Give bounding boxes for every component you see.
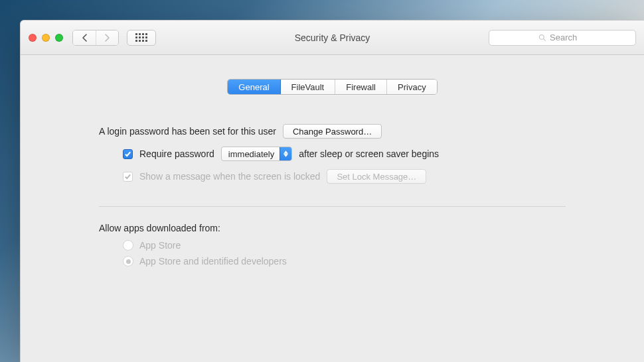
require-password-checkbox[interactable] [123, 149, 133, 159]
zoom-window-button[interactable] [55, 34, 63, 42]
require-password-label: Require password [139, 149, 214, 159]
svg-line-1 [544, 38, 546, 40]
tab-bar: General FileVault Firewall Privacy [21, 55, 644, 108]
password-delay-select[interactable]: immediately [221, 147, 292, 161]
preferences-window: Security & Privacy General FileVault Fir… [20, 20, 644, 362]
radio-identified-label: App Store and identified developers [139, 256, 287, 267]
minimize-window-button[interactable] [42, 34, 50, 42]
radio-app-store[interactable] [123, 240, 133, 251]
general-panel: A login password has been set for this u… [26, 108, 639, 298]
tab-filevault[interactable]: FileVault [280, 80, 335, 94]
grid-icon [135, 33, 147, 42]
chevron-right-icon [104, 34, 110, 42]
show-message-checkbox[interactable] [123, 172, 133, 182]
search-icon [538, 34, 546, 42]
allow-apps-title: Allow apps downloaded from: [99, 223, 566, 233]
checkmark-icon [124, 173, 131, 180]
close-window-button[interactable] [29, 34, 37, 42]
back-button[interactable] [73, 30, 96, 45]
radio-identified-developers[interactable] [123, 256, 133, 267]
divider [99, 206, 566, 207]
after-sleep-text: after sleep or screen saver begins [299, 149, 439, 159]
tab-firewall[interactable]: Firewall [335, 80, 386, 94]
content-area: General FileVault Firewall Privacy A log… [21, 55, 644, 362]
set-lock-message-button: Set Lock Message… [327, 169, 426, 184]
select-arrows-icon [280, 147, 291, 160]
nav-back-forward [72, 30, 119, 46]
password-delay-value: immediately [222, 149, 280, 159]
chevron-left-icon [82, 34, 88, 42]
tab-privacy[interactable]: Privacy [386, 80, 437, 94]
forward-button[interactable] [96, 30, 118, 45]
titlebar: Security & Privacy [21, 21, 644, 55]
change-password-button[interactable]: Change Password… [283, 124, 382, 139]
window-controls [29, 34, 63, 42]
show-all-button[interactable] [127, 30, 156, 46]
password-set-text: A login password has been set for this u… [99, 126, 276, 137]
search-field[interactable] [489, 30, 636, 46]
radio-app-store-label: App Store [139, 240, 181, 251]
show-message-label: Show a message when the screen is locked [139, 171, 320, 182]
search-input[interactable] [550, 32, 586, 42]
tab-general[interactable]: General [228, 80, 280, 94]
svg-point-0 [540, 34, 544, 39]
checkmark-icon [124, 151, 131, 158]
